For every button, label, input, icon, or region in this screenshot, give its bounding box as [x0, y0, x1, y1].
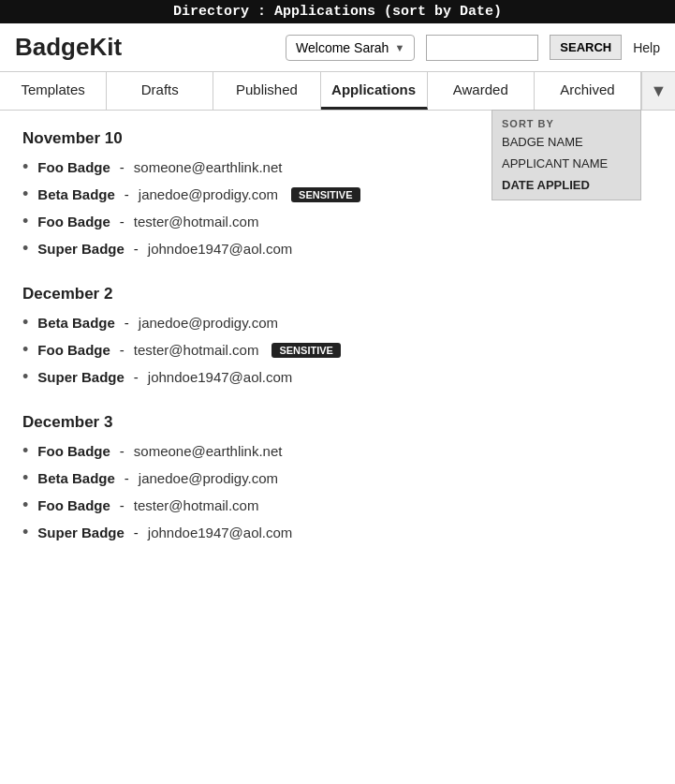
- app-item[interactable]: •Super Badge - johndoe1947@aol.com: [22, 367, 653, 387]
- bullet-icon: •: [22, 441, 28, 461]
- dash: -: [134, 525, 139, 540]
- dash: -: [125, 470, 129, 486]
- sensitive-badge: SENSITIVE: [271, 343, 340, 358]
- email: tester@hotmail.com: [134, 214, 259, 229]
- chevron-down-icon: ▼: [394, 42, 404, 53]
- date-heading-1: December 2: [22, 285, 653, 303]
- bullet-icon: •: [22, 239, 28, 259]
- dash: -: [134, 241, 139, 257]
- email: johndoe1947@aol.com: [148, 525, 293, 540]
- app-item[interactable]: •Super Badge - johndoe1947@aol.com: [22, 239, 653, 259]
- welcome-text: Welcome Sarah: [296, 40, 389, 55]
- badge-name: Beta Badge: [37, 470, 115, 486]
- dash: -: [120, 214, 125, 229]
- search-input[interactable]: [426, 35, 538, 61]
- app-item[interactable]: •Foo Badge - someone@earthlink.net: [22, 441, 653, 461]
- badge-name: Beta Badge: [37, 186, 115, 202]
- app-item[interactable]: •Foo Badge - tester@hotmail.comSENSITIVE: [22, 340, 653, 360]
- app-item[interactable]: •Beta Badge - janedoe@prodigy.com: [22, 468, 653, 488]
- badge-name: Foo Badge: [37, 214, 110, 229]
- email: janedoe@prodigy.com: [139, 315, 278, 331]
- bullet-icon: •: [22, 523, 28, 542]
- sort-label: SORT BY: [492, 114, 640, 131]
- app-item[interactable]: •Beta Badge - janedoe@prodigy.com: [22, 313, 653, 333]
- sensitive-badge: SENSITIVE: [291, 187, 360, 202]
- sort-dropdown: SORT BY BADGE NAME APPLICANT NAME DATE A…: [492, 110, 641, 200]
- top-bar: Directory : Applications (sort by Date): [0, 0, 675, 23]
- bullet-icon: •: [22, 496, 28, 515]
- bullet-icon: •: [22, 340, 28, 360]
- email: tester@hotmail.com: [134, 342, 259, 358]
- date-group-2: December 3•Foo Badge - someone@earthlink…: [22, 413, 653, 542]
- sort-date-applied[interactable]: DATE APPLIED: [492, 174, 640, 196]
- dash: -: [125, 315, 129, 331]
- tab-awarded[interactable]: Awarded: [428, 72, 535, 110]
- dash: -: [120, 159, 125, 175]
- top-bar-text: Directory : Applications (sort by Date): [173, 4, 502, 20]
- email: someone@earthlink.net: [134, 159, 283, 175]
- badge-name: Foo Badge: [37, 497, 110, 513]
- email: johndoe1947@aol.com: [148, 369, 293, 385]
- tab-templates[interactable]: Templates: [0, 72, 107, 110]
- dash: -: [120, 342, 125, 358]
- header: BadgeKit Welcome Sarah ▼ SEARCH Help: [0, 23, 675, 71]
- badge-name: Foo Badge: [37, 159, 110, 175]
- date-group-1: December 2•Beta Badge - janedoe@prodigy.…: [22, 285, 653, 387]
- badge-name: Beta Badge: [37, 315, 115, 331]
- dash: -: [134, 369, 139, 385]
- badge-name: Foo Badge: [37, 342, 110, 358]
- dash: -: [120, 497, 125, 513]
- bullet-icon: •: [22, 367, 28, 387]
- sort-badge-name[interactable]: BADGE NAME: [492, 131, 640, 153]
- tab-drafts[interactable]: Drafts: [107, 72, 213, 110]
- tab-archived[interactable]: Archived: [535, 72, 641, 110]
- app-item[interactable]: •Foo Badge - tester@hotmail.com: [22, 496, 653, 515]
- sort-applicant-name[interactable]: APPLICANT NAME: [492, 153, 640, 174]
- welcome-dropdown[interactable]: Welcome Sarah ▼: [286, 35, 415, 61]
- logo: BadgeKit: [15, 33, 122, 62]
- bullet-icon: •: [22, 185, 28, 204]
- email: janedoe@prodigy.com: [139, 470, 278, 486]
- bullet-icon: •: [22, 313, 28, 333]
- bullet-icon: •: [22, 468, 28, 488]
- email: janedoe@prodigy.com: [139, 186, 278, 202]
- search-button[interactable]: SEARCH: [550, 35, 622, 60]
- badge-name: Super Badge: [37, 369, 125, 385]
- date-heading-2: December 3: [22, 413, 653, 432]
- dash: -: [125, 186, 129, 202]
- tab-published[interactable]: Published: [213, 72, 320, 110]
- bullet-icon: •: [22, 157, 28, 177]
- bullet-icon: •: [22, 212, 28, 231]
- email: someone@earthlink.net: [134, 443, 283, 459]
- email: tester@hotmail.com: [134, 497, 259, 513]
- email: johndoe1947@aol.com: [148, 241, 293, 257]
- badge-name: Super Badge: [37, 525, 125, 540]
- nav-tabs: Templates Drafts Published Applications …: [0, 71, 675, 111]
- dash: -: [120, 443, 125, 459]
- badge-name: Foo Badge: [37, 443, 110, 459]
- tab-applications[interactable]: Applications: [321, 72, 428, 110]
- badge-name: Super Badge: [37, 241, 125, 257]
- nav-scroll-arrow[interactable]: ▼: [641, 72, 675, 110]
- app-item[interactable]: •Super Badge - johndoe1947@aol.com: [22, 523, 653, 542]
- app-item[interactable]: •Foo Badge - tester@hotmail.com: [22, 212, 653, 231]
- help-link[interactable]: Help: [633, 40, 660, 55]
